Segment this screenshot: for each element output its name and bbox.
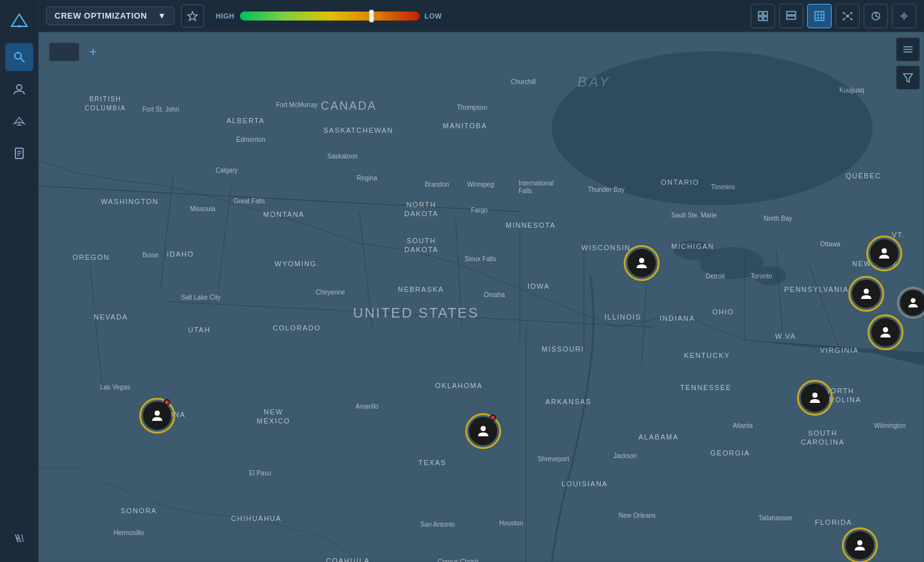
- svg-line-14: [22, 534, 23, 542]
- map-svg: .land { fill: #3d5a6e; stroke: #2a4050; …: [38, 32, 924, 562]
- crew-icon-5: [878, 325, 893, 340]
- svg-rect-21: [787, 16, 796, 19]
- svg-marker-71: [903, 74, 912, 82]
- svg-point-2: [15, 53, 21, 59]
- crew-pin-inner-1: [628, 249, 656, 277]
- priority-low-label: LOW: [425, 12, 442, 20]
- crew-pin-inner-5: [871, 318, 900, 346]
- svg-rect-17: [764, 12, 767, 15]
- svg-marker-0: [12, 14, 27, 26]
- svg-line-34: [844, 16, 848, 19]
- svg-point-59: [639, 258, 644, 263]
- svg-point-44: [552, 51, 873, 205]
- svg-rect-19: [764, 17, 767, 21]
- priority-gradient-track[interactable]: [240, 12, 420, 21]
- svg-line-3: [21, 58, 24, 62]
- svg-point-60: [882, 248, 887, 253]
- map-container[interactable]: .land { fill: #3d5a6e; stroke: #2a4050; …: [38, 32, 924, 562]
- crew-icon-7: [475, 423, 491, 439]
- svg-point-65: [481, 426, 486, 431]
- crew-icon-1: [634, 255, 649, 271]
- svg-rect-16: [758, 12, 762, 15]
- view-grid-button[interactable]: [751, 4, 775, 28]
- crew-pin-alert-7: [490, 414, 496, 421]
- topbar: CREW OPTIMIZATION ▼ HIGH LOW: [38, 0, 924, 32]
- sidebar-item-search[interactable]: [5, 43, 33, 71]
- chevron-down-icon: ▼: [158, 11, 166, 21]
- crew-icon-6: [150, 408, 165, 423]
- sidebar-item-tools[interactable]: [5, 524, 33, 552]
- view-network-button[interactable]: [835, 4, 860, 28]
- svg-point-43: [754, 266, 786, 285]
- svg-point-67: [857, 540, 862, 545]
- svg-point-64: [155, 411, 160, 416]
- crew-icon-2: [877, 246, 892, 261]
- svg-point-63: [883, 327, 888, 332]
- crew-pin-1[interactable]: [624, 245, 660, 281]
- crew-pin-2[interactable]: [866, 235, 902, 271]
- crew-pin-inner-9: [846, 531, 874, 559]
- svg-line-32: [844, 13, 848, 16]
- map-search-area: +: [49, 42, 101, 62]
- crew-pin-6[interactable]: [139, 398, 175, 434]
- svg-line-35: [848, 16, 851, 19]
- crew-icon-3: [859, 286, 874, 302]
- crew-pin-3[interactable]: [848, 276, 884, 312]
- sidebar-bottom: [5, 522, 33, 554]
- crew-pin-inner-6: [143, 402, 171, 430]
- svg-rect-20: [787, 12, 796, 15]
- svg-point-39: [903, 14, 906, 17]
- view-cards-button[interactable]: [779, 4, 803, 28]
- sidebar-item-logo: [5, 7, 33, 35]
- settings-button[interactable]: [892, 4, 916, 28]
- map-search-input[interactable]: [49, 42, 80, 62]
- svg-line-33: [848, 13, 851, 16]
- sidebar-item-reports[interactable]: [5, 139, 33, 167]
- priority-slider-area: HIGH LOW: [216, 12, 442, 21]
- map-add-button[interactable]: +: [85, 44, 101, 60]
- crew-pin-7[interactable]: [465, 413, 501, 449]
- crew-pin-inner-8: [801, 384, 829, 412]
- sidebar-item-flights[interactable]: [5, 107, 33, 135]
- crew-icon-9: [852, 538, 868, 553]
- view-timeline-button[interactable]: [864, 4, 888, 28]
- crew-pin-9[interactable]: [842, 527, 878, 562]
- crew-pin-inner-7: [469, 417, 497, 445]
- crew-pin-5[interactable]: [868, 314, 903, 350]
- crew-icon-4: [906, 296, 920, 310]
- topbar-view-buttons: [751, 4, 916, 28]
- priority-high-label: HIGH: [216, 12, 235, 20]
- priority-thumb[interactable]: [369, 10, 374, 22]
- svg-point-4: [17, 85, 22, 90]
- dropdown-label: CREW OPTIMIZATION: [55, 11, 147, 21]
- svg-point-62: [911, 298, 915, 303]
- svg-point-61: [864, 289, 869, 294]
- crew-icon-8: [807, 390, 823, 405]
- svg-point-42: [674, 241, 712, 260]
- view-map-button[interactable]: [807, 4, 832, 28]
- crew-pin-inner-2: [870, 239, 898, 268]
- svg-point-66: [812, 393, 817, 398]
- svg-marker-15: [187, 12, 198, 21]
- svg-point-1: [18, 25, 21, 28]
- sidebar: [0, 0, 38, 562]
- sidebar-item-user[interactable]: [5, 75, 33, 103]
- favorites-button[interactable]: [181, 4, 204, 28]
- filter-button[interactable]: [896, 65, 920, 90]
- crew-optimization-dropdown[interactable]: CREW OPTIMIZATION ▼: [46, 6, 175, 25]
- svg-rect-22: [815, 12, 824, 21]
- layers-button[interactable]: [896, 37, 920, 62]
- crew-pin-8[interactable]: [797, 380, 833, 416]
- svg-rect-18: [758, 17, 762, 21]
- svg-line-38: [876, 16, 878, 17]
- crew-pin-inner-3: [852, 280, 880, 308]
- right-panel: [892, 32, 924, 95]
- crew-pin-inner-4: [900, 290, 924, 316]
- crew-pin-alert-6: [164, 399, 170, 405]
